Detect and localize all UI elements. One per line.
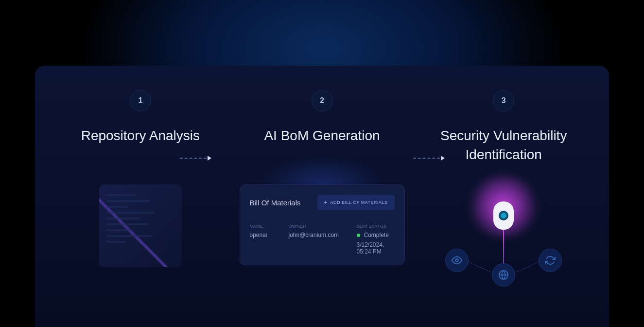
- bom-card-title: Bill Of Materials: [250, 199, 301, 207]
- security-connector-line: [503, 230, 504, 264]
- eye-core-icon: [499, 211, 508, 220]
- bom-name-label: NAME: [250, 224, 284, 229]
- bom-owner-value: john@cranium.com: [289, 232, 352, 255]
- globe-icon: [498, 270, 509, 280]
- refresh-icon: [545, 255, 556, 266]
- bom-name-value: openai: [250, 232, 284, 255]
- step-2: 2 AI BoM Generation Bill Of Materials + …: [236, 90, 408, 303]
- eye-icon: [452, 255, 462, 266]
- step-badge-2: 2: [312, 90, 333, 111]
- bom-timestamp: 3/12/2024, 05:24 PM: [357, 241, 395, 255]
- step-2-visual: Bill Of Materials + ADD BILL OF MATERIAL…: [236, 184, 408, 265]
- add-bom-label: ADD BILL OF MATERIALS: [330, 200, 387, 205]
- security-node-refresh: [539, 249, 562, 272]
- status-dot-icon: [357, 234, 360, 237]
- bom-owner-label: OWNER: [289, 224, 352, 229]
- step-1: 1 Repository Analysis: [54, 90, 226, 303]
- step-3-visual: [418, 184, 590, 291]
- arrow-icon: [441, 156, 445, 161]
- connector-left: [468, 261, 490, 272]
- step-title-2: AI BoM Generation: [264, 126, 380, 165]
- security-center-node: [493, 201, 514, 230]
- svg-point-0: [455, 259, 458, 262]
- security-node-globe: [492, 263, 515, 287]
- flow-arrow-2: [413, 156, 445, 161]
- bom-card: Bill Of Materials + ADD BILL OF MATERIAL…: [240, 184, 405, 265]
- arrow-icon: [208, 156, 211, 161]
- bom-status-label: BOM STATUS: [357, 224, 395, 229]
- flow-arrow-1: [180, 156, 211, 161]
- main-panel: 1 Repository Analysis 2 AI BoM Genera: [35, 66, 609, 327]
- plus-icon: +: [324, 200, 328, 205]
- bom-status-value: Complete: [364, 232, 389, 238]
- add-bom-button[interactable]: + ADD BILL OF MATERIALS: [317, 195, 395, 210]
- connector-right: [517, 261, 539, 272]
- step-badge-1: 1: [130, 90, 151, 111]
- code-preview-card: [99, 184, 182, 267]
- step-badge-3: 3: [493, 90, 514, 111]
- step-1-visual: [54, 184, 226, 267]
- security-node-eye: [445, 249, 469, 272]
- step-3: 3 Security Vulnerability Identification: [418, 90, 590, 303]
